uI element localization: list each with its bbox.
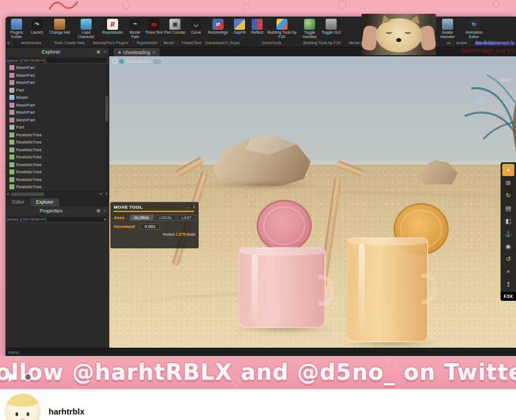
plugin-button[interactable]: Load Character [73, 18, 99, 39]
close-icon[interactable]: × [193, 204, 195, 210]
explorer-tree-item[interactable]: RealisticTree [6, 176, 109, 184]
explorer-tree-item[interactable]: MeshPart [6, 109, 109, 116]
f3x-tool-button[interactable]: ▤ [502, 202, 514, 214]
plugin-button[interactable]: 3D Three Text [145, 18, 163, 35]
plugin-icon [234, 19, 245, 30]
axes-option-button[interactable]: LAST [177, 215, 196, 221]
explorer-tree: MeshPart MeshPart MeshPart Part [6, 64, 109, 191]
ribbon-group-label: Bezier [161, 40, 178, 46]
avatar-eye [26, 412, 29, 416]
f3x-tool-button[interactable]: ↻ [502, 189, 514, 201]
glass-highlight [252, 254, 258, 322]
f3x-tool-button[interactable]: ◉ [502, 240, 514, 252]
explorer-filter-input[interactable]: Filter workspace (Ctrl+Shift+X) [7, 57, 108, 63]
move-tool-titlebar: MOVE TOOL × [114, 204, 195, 210]
f3x-logo: F3X [501, 292, 516, 301]
explorer-tree-item[interactable]: MeshPart [6, 102, 109, 109]
instance-name: RealisticTree [16, 162, 41, 167]
explorer-tree-item[interactable]: MeshPart [6, 116, 109, 124]
scroll-left-arrow-icon[interactable] [7, 192, 9, 196]
explorer-vertical-scrollbar[interactable] [105, 64, 109, 191]
dashed-circle-decoration [338, 0, 347, 9]
chevron-down-icon[interactable] [105, 192, 108, 196]
plugin-button[interactable]: Change Hat [46, 18, 73, 35]
explorer-tree-item[interactable]: RealisticTree [6, 161, 109, 169]
f3x-tool-button[interactable]: ↺ [502, 253, 514, 265]
properties-filter-input[interactable]: Filter Properties (Ctrl+Shift+P) ▾ [7, 216, 108, 222]
increment-input[interactable]: 0.001 [140, 224, 160, 230]
chevron-down-icon[interactable]: ▾ [104, 217, 106, 222]
plugin-button[interactable]: Toggle Handles [298, 18, 321, 39]
instance-name: Part [16, 125, 24, 130]
explorer-tree-item[interactable]: RealisticTree [6, 146, 109, 154]
explorer-tree-item[interactable]: RealisticTree [6, 168, 109, 176]
plugin-icon: 3D [148, 19, 159, 30]
explorer-tree-item[interactable]: MeshPart [6, 79, 109, 87]
plugin-button[interactable]: Toggle GUI [321, 18, 341, 35]
video-meta-section: harhtrblx [0, 389, 516, 420]
explorer-tree-item[interactable]: RealisticTree [6, 139, 109, 146]
axes-option-button[interactable]: GLOBAL [129, 215, 153, 221]
plugin-button[interactable]: ~ Bezier Path [126, 18, 145, 39]
dock-close-icon[interactable] [103, 208, 106, 213]
play-button[interactable] [9, 373, 16, 381]
dock-pin-icon[interactable] [97, 208, 101, 213]
tab-cheeleading[interactable]: ◆ cheeleading × [114, 48, 159, 56]
plugin-icon [304, 19, 315, 30]
plugin-button[interactable]: ⇄ ResizeAlign [205, 18, 231, 35]
plugin-button[interactable]: R RopeMaster [99, 18, 126, 35]
explorer-tree-item[interactable]: MeshPart [6, 72, 109, 79]
3d-viewport[interactable]: Back Workspace [109, 56, 516, 348]
scrollbar-thumb[interactable] [11, 193, 44, 196]
instance-name: MeshPart [16, 110, 35, 115]
plugin-button[interactable]: Building Tools by F3X [266, 18, 298, 39]
f3x-tool-button[interactable]: ↥ [502, 278, 514, 290]
axes-option-button[interactable]: LOCAL [155, 215, 176, 221]
scroll-right-arrow-icon[interactable] [100, 192, 102, 196]
command-bar[interactable]: mand [6, 348, 516, 356]
explorer-tree-item[interactable]: Part [6, 87, 109, 94]
player-circle-icon[interactable] [24, 373, 32, 381]
explorer-tree-item[interactable]: Part [6, 124, 109, 131]
f3x-tool-button[interactable]: + [502, 164, 514, 176]
instance-class-icon [9, 162, 14, 167]
plugin-label: ResizeAlign [208, 30, 228, 35]
explorer-tree-item[interactable]: RealisticTree [6, 153, 109, 161]
plugin-icon: ↷ [31, 19, 42, 30]
instance-class-icon [9, 177, 14, 182]
plugin-button[interactable]: Reflect [248, 18, 266, 35]
explorer-tree-item[interactable]: RealisticTree [6, 183, 109, 191]
channel-name[interactable]: harhtrblx [49, 407, 84, 416]
f3x-tool-button[interactable]: ⚓ [502, 227, 514, 240]
explorer-tree-item[interactable]: Model [6, 94, 109, 102]
minimize-icon[interactable] [187, 205, 189, 210]
dock-close-icon[interactable] [103, 49, 106, 54]
explorer-horizontal-scrollbar[interactable] [6, 191, 109, 196]
plugin-button[interactable]: Plugins Folder [6, 18, 28, 39]
dock-pin-icon[interactable] [97, 49, 101, 54]
f3x-tool-button[interactable]: ⊞ [502, 177, 514, 189]
explorer-tree-item[interactable]: RealisticTree [6, 131, 109, 139]
dock-tab[interactable]: Explorer [30, 198, 59, 206]
plugin-button[interactable]: ▣ Part Counter [163, 18, 187, 35]
plugin-label: Toggle Handles [298, 30, 321, 39]
plugin-button[interactable]: ↻ Animation Editor [460, 18, 488, 39]
plugin-label: Avatar Importer [435, 30, 460, 39]
channel-avatar[interactable] [4, 394, 41, 420]
f3x-tool-button[interactable]: ◧ [502, 215, 514, 227]
plugin-label: Load Character [73, 30, 99, 39]
scrollbar-thumb[interactable] [105, 96, 108, 121]
instance-class-icon [9, 140, 14, 145]
dock-tab[interactable]: Editor [7, 198, 30, 206]
plugin-button[interactable]: ↷ Launch [28, 18, 46, 35]
tab-close-icon[interactable]: × [152, 50, 155, 55]
plugin-button[interactable]: ◡ Curve [187, 18, 205, 35]
plugin-button[interactable]: GapFill [231, 18, 248, 35]
explorer-tree-item[interactable]: MeshPart [6, 64, 109, 72]
plugin-button[interactable]: Avatar Importer [435, 18, 460, 39]
squiggle-decoration [49, 0, 78, 10]
instance-class-icon [9, 88, 14, 93]
plugin-label: Building Tools by F3X [266, 30, 298, 39]
f3x-tool-button[interactable]: × [502, 265, 514, 278]
instance-class-icon [9, 103, 14, 108]
